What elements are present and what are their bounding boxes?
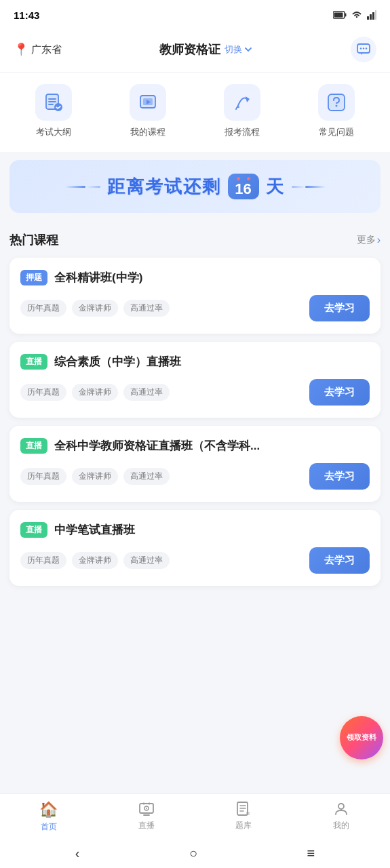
chat-icon	[356, 42, 371, 57]
nav-item-apply-process[interactable]: 报考流程	[224, 84, 260, 138]
bottom-nav-home[interactable]: 🏠 首页	[28, 801, 69, 833]
svg-point-26	[338, 804, 344, 809]
nav-label-exam-syllabus: 考试大纲	[36, 126, 71, 138]
bottom-nav-live[interactable]: 直播	[126, 801, 167, 833]
course-footer-0: 历年真题 金牌讲师 高通过率 去学习	[20, 295, 370, 321]
study-button-0[interactable]: 去学习	[309, 295, 370, 321]
course-footer-1: 历年真题 金牌讲师 高通过率 去学习	[20, 379, 370, 406]
quiz-icon	[235, 801, 252, 817]
arrow-line-left2	[87, 186, 100, 188]
location[interactable]: 📍 广东省	[14, 42, 62, 57]
feature-tag-3-2: 高通过率	[123, 552, 170, 569]
course-card-2: 直播 全科中学教师资格证直播班（不含学科... 历年真题 金牌讲师 高通过率 去…	[9, 426, 381, 502]
bottom-label-live: 直播	[138, 820, 155, 831]
banner-arrow-right	[292, 186, 326, 188]
wifi-icon	[351, 10, 363, 20]
chat-button[interactable]	[351, 37, 376, 62]
calendar-dot-right	[247, 177, 250, 180]
nav-label-faq: 常见问题	[319, 126, 354, 138]
faq-icon-wrap	[318, 84, 355, 121]
status-bar: 11:43	[0, 0, 390, 30]
my-course-icon	[138, 92, 158, 113]
nav-label-my-course: 我的课程	[130, 126, 165, 138]
system-bar: ‹ ○ ≡	[0, 838, 390, 868]
feature-tag-2-0: 历年真题	[20, 468, 66, 485]
location-pin-icon: 📍	[14, 42, 28, 57]
back-button[interactable]: ‹	[75, 846, 80, 861]
study-button-1[interactable]: 去学习	[309, 379, 370, 406]
study-button-3[interactable]: 去学习	[309, 547, 370, 574]
nav-item-faq[interactable]: 常见问题	[318, 84, 355, 138]
course-title-3: 中学笔试直播班	[54, 522, 370, 538]
location-text: 广东省	[31, 43, 62, 56]
feature-tag-2-2: 高通过率	[123, 468, 170, 485]
svg-point-8	[360, 47, 362, 49]
nav-item-my-course[interactable]: 我的课程	[130, 84, 166, 138]
course-title-1: 综合素质（中学）直播班	[54, 354, 370, 370]
feature-tag-1-1: 金牌讲师	[72, 384, 118, 401]
svg-point-9	[363, 47, 364, 49]
switch-icon	[243, 45, 253, 54]
course-tag-type-1: 直播	[20, 354, 47, 370]
status-icons	[333, 10, 376, 20]
section-title: 热门课程	[9, 232, 58, 248]
float-badge[interactable]: 领取资料	[340, 716, 383, 760]
header-title: 教师资格证	[159, 41, 220, 58]
header: 📍 广东省 教师资格证 切换	[0, 30, 390, 72]
exam-syllabus-icon	[43, 92, 64, 113]
course-title-0: 全科精讲班(中学)	[54, 270, 370, 285]
svg-point-13	[54, 103, 62, 111]
svg-rect-25	[246, 812, 250, 815]
feature-tag-0-0: 历年真题	[20, 300, 66, 317]
bottom-label-quiz: 题库	[235, 820, 252, 831]
feature-tag-3-1: 金牌讲师	[72, 552, 118, 569]
section-header: 热门课程 更多 ›	[9, 232, 381, 248]
course-tag-type-3: 直播	[20, 522, 47, 538]
header-center: 教师资格证 切换	[159, 41, 253, 58]
course-header-2: 直播 全科中学教师资格证直播班（不含学科...	[20, 438, 370, 454]
switch-button[interactable]: 切换	[225, 43, 253, 56]
apply-process-icon	[232, 92, 252, 113]
course-header-3: 直播 中学笔试直播班	[20, 522, 370, 538]
svg-point-10	[366, 47, 367, 49]
course-card-3: 直播 中学笔试直播班 历年真题 金牌讲师 高通过率 去学习	[9, 510, 381, 586]
battery-icon	[333, 10, 347, 20]
feature-tag-1-2: 高通过率	[123, 384, 170, 401]
course-card-0: 押题 全科精讲班(中学) 历年真题 金牌讲师 高通过率 去学习	[9, 258, 381, 334]
feature-tag-2-1: 金牌讲师	[72, 468, 118, 485]
calendar-number: 16	[235, 182, 251, 197]
feature-tag-3-0: 历年真题	[20, 552, 66, 569]
live-icon	[138, 801, 155, 817]
countdown-banner: 距离考试还剩 16 天	[9, 160, 381, 213]
banner-text-left: 距离考试还剩	[107, 175, 221, 199]
home-system-button[interactable]: ○	[189, 846, 197, 861]
svg-point-23	[146, 808, 147, 809]
signal-icon	[367, 10, 376, 20]
svg-rect-6	[375, 10, 376, 20]
course-header-0: 押题 全科精讲班(中学)	[20, 270, 370, 285]
arrow-line-right1	[305, 186, 326, 188]
exam-syllabus-icon-wrap	[35, 84, 72, 121]
svg-rect-1	[345, 14, 347, 17]
hot-courses-section: 热门课程 更多 › 押题 全科精讲班(中学) 历年真题 金牌讲师 高通过率 去学…	[0, 221, 390, 599]
bottom-nav-mine[interactable]: 我的	[321, 801, 362, 833]
study-button-2[interactable]: 去学习	[309, 463, 370, 490]
svg-rect-5	[372, 12, 374, 20]
nav-item-exam-syllabus[interactable]: 考试大纲	[35, 84, 72, 138]
mine-icon	[333, 801, 349, 817]
apply-process-icon-wrap	[224, 84, 260, 121]
chevron-right-icon: ›	[377, 234, 381, 246]
course-card-1: 直播 综合素质（中学）直播班 历年真题 金牌讲师 高通过率 去学习	[9, 342, 381, 418]
feature-tag-0-1: 金牌讲师	[72, 300, 118, 317]
arrow-line-right2	[292, 186, 305, 188]
calendar-dot-left	[237, 177, 240, 180]
faq-icon	[326, 92, 347, 113]
bottom-nav-quiz[interactable]: 题库	[223, 801, 264, 833]
banner-calendar: 16	[228, 174, 259, 199]
menu-button[interactable]: ≡	[307, 846, 315, 861]
more-link[interactable]: 更多 ›	[357, 234, 381, 246]
bottom-label-home: 首页	[41, 821, 57, 833]
status-time: 11:43	[14, 9, 39, 21]
my-course-icon-wrap	[130, 84, 166, 121]
course-feature-tags-0: 历年真题 金牌讲师 高通过率	[20, 300, 170, 317]
